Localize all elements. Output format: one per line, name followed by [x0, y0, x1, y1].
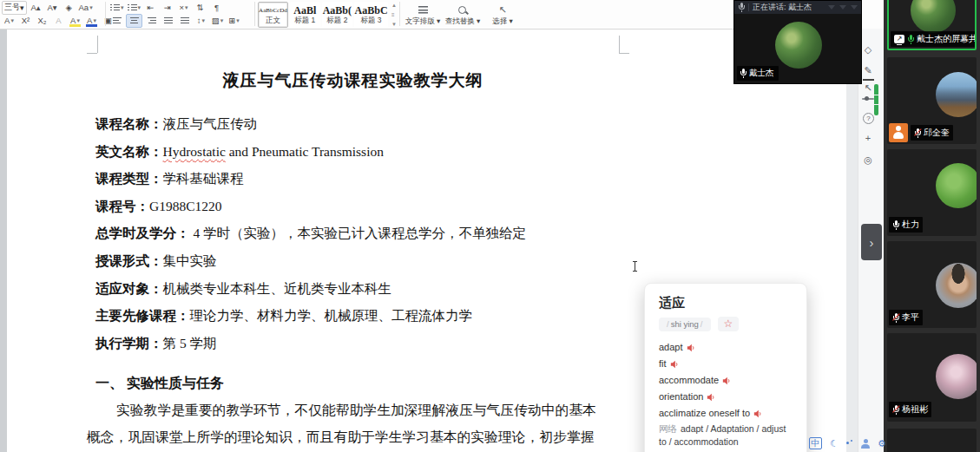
speaker-window-titlebar[interactable]: 正在讲话: 戴士杰	[734, 1, 861, 14]
dictionary-entries: adapt fit accommodate orientation acclim…	[659, 339, 793, 422]
style-heading3[interactable]: AaBbC 标题 3	[354, 2, 388, 28]
style-heading2[interactable]: AaBb( 标题 2	[322, 2, 352, 28]
avatar	[936, 163, 977, 208]
font-size-select[interactable]: 三号▾	[2, 1, 27, 15]
superscript-button[interactable]: X²	[18, 15, 33, 27]
floating-speaker-window[interactable]: 正在讲话: 戴士杰 戴士杰	[733, 0, 862, 84]
highlight-color-button[interactable]: A▾	[68, 15, 82, 27]
increase-indent-button[interactable]: ⇥	[160, 2, 174, 14]
show-marks-button[interactable]: ¶	[209, 2, 224, 14]
font-color-button[interactable]: A▾	[84, 15, 99, 27]
participant-tile[interactable]: 杜力	[887, 149, 977, 236]
shrink-font-button[interactable]: A▾	[45, 2, 60, 14]
align-left-button[interactable]	[109, 15, 124, 27]
dictionary-entry: fit	[659, 356, 793, 372]
ribbon-separator	[254, 2, 255, 26]
speaker-icon[interactable]	[687, 344, 695, 352]
avatar	[936, 354, 977, 399]
text-layout-button[interactable]: 文字排版 ▾	[403, 2, 443, 28]
sort-button[interactable]: ⇅	[193, 2, 207, 14]
participant-tile[interactable]	[887, 429, 977, 452]
collapse-icon[interactable]	[828, 5, 835, 10]
doc-field-line: 课程类型：学科基础课程	[87, 165, 619, 193]
style-heading1[interactable]: AaBl 标题 1	[290, 2, 320, 28]
bullets-button[interactable]: ▾	[109, 2, 125, 14]
ribbon-font-group: 三号▾ A▴ A▾ ◈ Aa▾ A▾ X² X₂ A A▾ A▾ ▣	[2, 1, 102, 28]
align-right-button[interactable]	[144, 15, 159, 27]
ime-language-indicator[interactable]: 中	[809, 437, 822, 449]
target-icon[interactable]: ◎	[858, 154, 878, 165]
dictionary-entry: adapt	[659, 339, 793, 356]
speaker-name-tag: 戴士杰	[737, 66, 779, 81]
collapse-icon[interactable]	[851, 5, 858, 10]
borders-button[interactable]: ⊞▾	[227, 15, 241, 27]
participant-name-tag: 邱全奎	[911, 125, 953, 141]
mic-icon-muted	[892, 405, 899, 415]
gear-icon[interactable]: ⚙	[878, 438, 886, 449]
margin-crop-mark	[619, 36, 620, 53]
clear-format-button[interactable]: A	[51, 15, 66, 27]
styles-scroll[interactable]: ▲≡▼	[390, 3, 397, 27]
text-layout-icon	[418, 4, 428, 16]
doc-field-line: 适应对象：机械类专业本科生、近机类专业本科生	[87, 275, 619, 303]
line-spacing-button[interactable]: ↕▾	[194, 15, 208, 27]
doc-field-line: 执行学期：第 5 学期	[87, 330, 619, 357]
participant-tile[interactable]: 李平	[887, 241, 977, 328]
document-body[interactable]: 液压与气压传动课程实验教学大纲 课程名称：液压与气压传动 英文名称：Hydros…	[87, 68, 619, 450]
spellcheck-underline: Hydrostatic	[163, 144, 226, 159]
participant-tile[interactable]: 杨祖彬	[887, 333, 977, 422]
speaker-icon[interactable]	[722, 377, 731, 385]
mic-icon	[892, 220, 899, 230]
speaker-icon[interactable]	[670, 360, 679, 369]
find-replace-button[interactable]: 查找替换 ▾	[443, 2, 483, 28]
search-icon	[457, 4, 468, 16]
ribbon-separator	[105, 2, 106, 26]
slider-icon[interactable]	[862, 98, 874, 100]
select-button[interactable]: ↖ 选择 ▾	[483, 2, 523, 28]
speaker-icon[interactable]	[753, 409, 762, 418]
ribbon-editing-group: 文字排版 ▾ 查找替换 ▾ ↖ 选择 ▾	[403, 1, 533, 28]
distribute-button[interactable]	[177, 15, 192, 27]
style-normal[interactable]: AaBbCcDd 正文	[258, 2, 288, 28]
shading-button[interactable]: ▨▾	[210, 15, 225, 27]
favorite-star-icon[interactable]: ☆	[718, 317, 740, 331]
margin-crop-mark	[619, 53, 629, 54]
text-cursor	[635, 261, 635, 272]
ime-taskbar: 中 ☾ ⚙	[809, 437, 886, 449]
align-center-button[interactable]	[126, 14, 142, 28]
numbering-button[interactable]: ▾	[127, 2, 142, 14]
pen-color-bar	[863, 79, 874, 81]
comment-add-icon[interactable]: +	[858, 133, 878, 143]
decrease-indent-button[interactable]: ⇤	[143, 2, 158, 14]
panel-expand-button[interactable]: ›	[861, 224, 882, 260]
collapse-icon[interactable]	[839, 5, 846, 10]
speaking-label: 正在讲话: 戴士杰	[753, 2, 812, 13]
justify-button[interactable]	[161, 15, 175, 27]
avatar	[775, 22, 822, 69]
doc-field-line: 课程名称：液压与气压传动	[87, 110, 619, 138]
dictionary-entry: accommodate	[659, 372, 793, 389]
moon-icon[interactable]: ☾	[830, 438, 839, 449]
grow-font-button[interactable]: A▴	[29, 2, 43, 14]
speaker-icon[interactable]	[707, 393, 715, 402]
help-icon[interactable]: ?	[863, 113, 874, 124]
screen: 三号▾ A▴ A▾ ◈ Aa▾ A▾ X² X₂ A A▾ A▾ ▣ ▾ ▾	[0, 0, 980, 452]
subscript-button[interactable]: X₂	[35, 15, 49, 27]
ribbon-paragraph-group: ▾ ▾ ⇤ ⇥ ×▾ ⇅ ¶ ↕▾ ▨▾ ⊞▾	[109, 1, 253, 28]
change-case-button[interactable]: Aa▾	[78, 2, 94, 14]
document-scrollbar[interactable]	[874, 84, 878, 115]
user-icon[interactable]	[861, 439, 870, 449]
participant-tile-screen-share[interactable]: ↗ 戴士杰的屏幕共享	[887, 0, 977, 50]
margin-crop-mark	[87, 53, 97, 54]
font-color-alt-button[interactable]: A▾	[2, 15, 16, 27]
participant-tile[interactable]: 邱全奎	[887, 57, 977, 144]
text-effects-button[interactable]: ◈	[62, 2, 76, 14]
voice-input-icon[interactable]	[846, 440, 853, 447]
dictionary-word: 适应	[659, 295, 793, 311]
pinyin-pill: shi ying	[659, 318, 711, 331]
asian-layout-button[interactable]: ×▾	[176, 2, 191, 14]
window-controls[interactable]	[828, 5, 858, 10]
dictionary-entry: orientation	[659, 389, 793, 405]
avatar	[936, 72, 977, 117]
doc-field-line: 课程号：G1988C1220	[87, 193, 619, 220]
